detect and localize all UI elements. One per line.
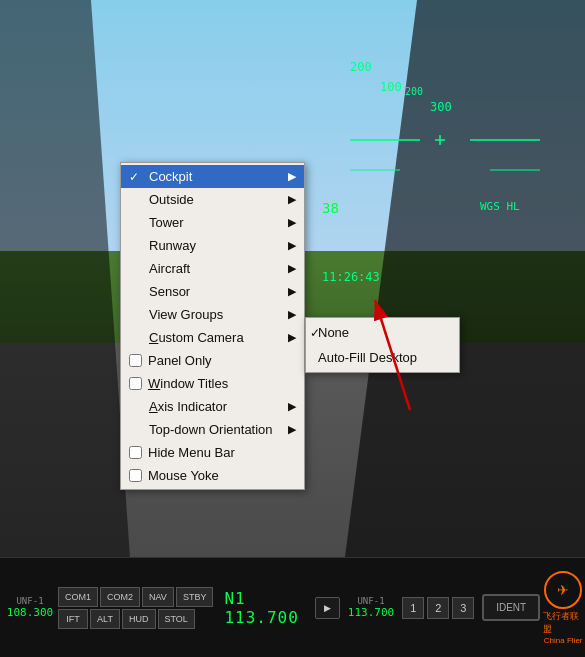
checkbox-panel-only[interactable] bbox=[129, 354, 142, 367]
submenu-view-groups: ✓ None Auto-Fill Desktop bbox=[305, 317, 460, 373]
watermark-area: ✈ 飞行者联盟 China Flier bbox=[543, 570, 583, 645]
checkbox-mouse-yoke[interactable] bbox=[129, 469, 142, 482]
menu-item-panel-only[interactable]: Panel Only bbox=[121, 349, 304, 372]
top-buttons: COM1 COM2 NAV STBY IFT ALT HUD STOL bbox=[58, 587, 213, 629]
menu-item-window-titles[interactable]: Window Titles bbox=[121, 372, 304, 395]
menu-label-mouse-yoke: Mouse Yoke bbox=[148, 468, 219, 483]
menu-label-outside: Outside bbox=[149, 192, 194, 207]
menu-label-topdown: Top-down Orientation bbox=[149, 422, 273, 437]
menu-item-mouse-yoke[interactable]: Mouse Yoke bbox=[121, 464, 304, 487]
checkbox-hide-menu-bar[interactable] bbox=[129, 446, 142, 459]
svg-text:✈: ✈ bbox=[557, 582, 569, 598]
btn-nav[interactable]: NAV bbox=[142, 587, 174, 607]
btn-com1[interactable]: COM1 bbox=[58, 587, 98, 607]
btn-hud[interactable]: HUD bbox=[122, 609, 156, 629]
arrow-cockpit: ▶ bbox=[278, 170, 296, 183]
submenu-label-none: None bbox=[318, 325, 349, 340]
submenu-item-none[interactable]: ✓ None bbox=[306, 320, 459, 345]
btn-alt[interactable]: ALT bbox=[90, 609, 120, 629]
arrow-runway: ▶ bbox=[278, 239, 296, 252]
page-buttons: 1 2 3 bbox=[402, 597, 474, 619]
freq1-value: 108.300 bbox=[7, 606, 53, 619]
menu-item-runway[interactable]: Runway ▶ bbox=[121, 234, 304, 257]
ident-button[interactable]: IDENT bbox=[482, 594, 540, 621]
arrow-view-groups: ▶ bbox=[278, 308, 296, 321]
menu-main-panel: ✓ Cockpit ▶ Outside ▶ Tower ▶ Runway ▶ A… bbox=[120, 162, 305, 490]
freq1-label: UNF-1 bbox=[16, 596, 43, 606]
submenu-item-autofill[interactable]: Auto-Fill Desktop bbox=[306, 345, 459, 370]
arrow-tower: ▶ bbox=[278, 216, 296, 229]
button-row-2: IFT ALT HUD STOL bbox=[58, 609, 213, 629]
page-btn-2[interactable]: 2 bbox=[427, 597, 449, 619]
menu-label-sensor: Sensor bbox=[149, 284, 190, 299]
menu-item-aircraft[interactable]: Aircraft ▶ bbox=[121, 257, 304, 280]
btn-ift[interactable]: IFT bbox=[58, 609, 88, 629]
submenu-label-autofill: Auto-Fill Desktop bbox=[318, 350, 417, 365]
bottom-instrument-panel: UNF-1 108.300 COM1 COM2 NAV STBY IFT ALT… bbox=[0, 557, 585, 657]
page-btn-3[interactable]: 3 bbox=[452, 597, 474, 619]
menu-label-hide-menu-bar: Hide Menu Bar bbox=[148, 445, 235, 460]
menu-label-tower: Tower bbox=[149, 215, 184, 230]
arrow-outside: ▶ bbox=[278, 193, 296, 206]
menu-item-hide-menu-bar[interactable]: Hide Menu Bar bbox=[121, 441, 304, 464]
arrow-custom-camera: ▶ bbox=[278, 331, 296, 344]
menu-item-view-groups[interactable]: View Groups ▶ bbox=[121, 303, 304, 326]
menu-item-tower[interactable]: Tower ▶ bbox=[121, 211, 304, 234]
button-row-1: COM1 COM2 NAV STBY bbox=[58, 587, 213, 607]
menu-label-axis-indicator: Axis Indicator bbox=[149, 399, 227, 414]
btn-com2[interactable]: COM2 bbox=[100, 587, 140, 607]
menu-label-view-groups: View Groups bbox=[149, 307, 223, 322]
arrow-aircraft: ▶ bbox=[278, 262, 296, 275]
btn-stol[interactable]: STOL bbox=[158, 609, 195, 629]
menu-label-panel-only: Panel Only bbox=[148, 353, 212, 368]
play-button[interactable]: ▶ bbox=[315, 597, 340, 619]
menu-label-custom-camera: Custom Camera bbox=[149, 330, 244, 345]
menu-item-outside[interactable]: Outside ▶ bbox=[121, 188, 304, 211]
arrow-axis-indicator: ▶ bbox=[278, 400, 296, 413]
menu-item-topdown[interactable]: Top-down Orientation ▶ bbox=[121, 418, 304, 441]
menu-label-aircraft: Aircraft bbox=[149, 261, 190, 276]
menu-label-runway: Runway bbox=[149, 238, 196, 253]
main-freq-display: N1 113.700 bbox=[224, 589, 298, 627]
checkbox-window-titles[interactable] bbox=[129, 377, 142, 390]
arrow-topdown: ▶ bbox=[278, 423, 296, 436]
page-btn-1[interactable]: 1 bbox=[402, 597, 424, 619]
menu-item-custom-camera[interactable]: Custom Camera ▶ bbox=[121, 326, 304, 349]
freq2-label: UNF-1 bbox=[357, 596, 384, 606]
menu-item-axis-indicator[interactable]: Axis Indicator ▶ bbox=[121, 395, 304, 418]
freq2-display: UNF-1 113.700 bbox=[348, 596, 394, 619]
arrow-sensor: ▶ bbox=[278, 285, 296, 298]
check-none: ✓ bbox=[310, 326, 320, 340]
menu-item-sensor[interactable]: Sensor ▶ bbox=[121, 280, 304, 303]
watermark-text: 飞行者联盟 bbox=[543, 610, 583, 636]
btn-stby[interactable]: STBY bbox=[176, 587, 214, 607]
menu-item-cockpit[interactable]: ✓ Cockpit ▶ bbox=[121, 165, 304, 188]
watermark-sub: China Flier bbox=[544, 636, 583, 645]
menu-label-window-titles: Window Titles bbox=[148, 376, 228, 391]
china-flier-logo: ✈ bbox=[543, 570, 583, 610]
freq2-value: 113.700 bbox=[348, 606, 394, 619]
menu-label-cockpit: Cockpit bbox=[149, 169, 192, 184]
freq1-display: UNF-1 108.300 bbox=[5, 596, 55, 619]
context-menu: ✓ Cockpit ▶ Outside ▶ Tower ▶ Runway ▶ A… bbox=[120, 162, 305, 490]
check-cockpit: ✓ bbox=[129, 170, 139, 184]
